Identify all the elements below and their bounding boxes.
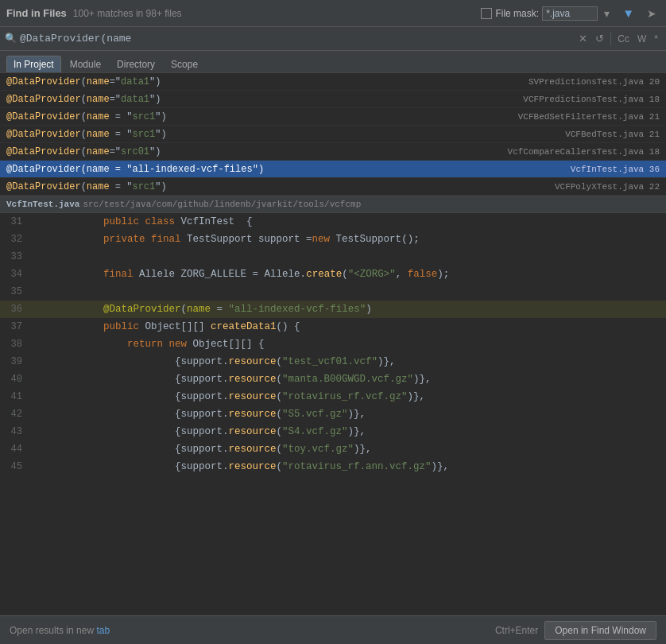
file-mask-area: File mask: ▾ — [481, 6, 613, 21]
open-find-window-button[interactable]: Open in Find Window — [544, 621, 656, 640]
dropdown-icon[interactable]: ▾ — [601, 6, 613, 21]
result-file: VcfInTest.java 36 — [571, 165, 660, 174]
line-number: 44 — [0, 444, 29, 455]
line-content: final Allele ZORG_ALLELE = Allele.create… — [29, 258, 449, 291]
line-number: 33 — [0, 251, 29, 262]
tab-module[interactable]: Module — [63, 56, 108, 72]
main-container: Find in Files 100+ matches in 98+ files … — [0, 0, 666, 644]
shortcut-label: Ctrl+Enter — [495, 625, 538, 636]
result-code: @DataProvider(name = "all-indexed-vcf-fi… — [6, 164, 564, 175]
match-count: 100+ matches in 98+ files — [73, 8, 182, 19]
tab-scope[interactable]: Scope — [164, 56, 205, 72]
search-input[interactable] — [20, 33, 572, 45]
tab-in-project[interactable]: In Project — [6, 56, 61, 72]
open-new-tab-link[interactable]: tab — [96, 625, 110, 636]
line-content: private final TestSupport support =new T… — [29, 223, 420, 256]
filter-icon[interactable]: ▼ — [619, 5, 637, 21]
line-number: 31 — [0, 216, 29, 227]
code-line: 34 final Allele ZORG_ALLELE = Allele.cre… — [0, 266, 666, 283]
result-row[interactable]: @DataProvider(name = "src1") VCFBedSetFi… — [0, 108, 666, 126]
code-line: 32 private final TestSupport support =ne… — [0, 231, 666, 248]
result-file: VCFPredictionsTest.java 18 — [523, 95, 660, 104]
tab-directory[interactable]: Directory — [110, 56, 162, 72]
whole-word-button[interactable]: W — [634, 33, 649, 45]
line-number: 41 — [0, 391, 29, 402]
line-number: 32 — [0, 234, 29, 245]
open-new-tab-text: Open results in new tab — [10, 625, 110, 636]
file-mask-checkbox[interactable] — [481, 8, 492, 19]
result-row[interactable]: @DataProvider(name="data1") VCFPredictio… — [0, 91, 666, 108]
line-number: 38 — [0, 339, 29, 350]
line-number: 43 — [0, 426, 29, 437]
result-file: VcfCompareCallersTest.java 18 — [508, 147, 660, 157]
result-row-selected[interactable]: @DataProvider(name = "all-indexed-vcf-fi… — [0, 161, 666, 178]
clear-search-button[interactable]: ✕ — [575, 32, 590, 45]
arrow-icon[interactable]: ➤ — [644, 6, 660, 21]
file-name: VcfInTest.java — [6, 200, 79, 209]
result-row[interactable]: @DataProvider(name="data1") SVPrediction… — [0, 73, 666, 91]
result-code: @DataProvider(name = "src1") — [6, 111, 512, 122]
file-path: src/test/java/com/github/lindenb/jvarkit… — [83, 200, 361, 209]
line-number: 40 — [0, 374, 29, 385]
result-file: VCFBedSetFilterTest.java 21 — [518, 112, 660, 122]
result-row[interactable]: @DataProvider(name = "src1") VCFPolyXTes… — [0, 178, 666, 196]
code-line: 45 {support.resource("rotavirus_rf.ann.v… — [0, 458, 666, 475]
refresh-button[interactable]: ↺ — [592, 32, 607, 45]
file-mask-label: File mask: — [495, 8, 539, 19]
line-number: 39 — [0, 356, 29, 367]
regex-button[interactable]: * — [651, 33, 661, 45]
bottom-bar: Open results in new tab Ctrl+Enter Open … — [0, 615, 666, 644]
result-code: @DataProvider(name="src01") — [6, 146, 501, 157]
result-file: VCFBedTest.java 21 — [565, 130, 660, 139]
line-number: 45 — [0, 461, 29, 472]
case-sensitive-button[interactable]: Cc — [614, 33, 633, 45]
results-list: @DataProvider(name="data1") SVPrediction… — [0, 73, 666, 196]
top-bar: Find in Files 100+ matches in 98+ files … — [0, 0, 666, 27]
result-code: @DataProvider(name = "src1") — [6, 129, 559, 140]
search-bar: 🔍 ✕ ↺ Cc W * — [0, 27, 666, 51]
search-icon: 🔍 — [5, 33, 17, 45]
line-number: 37 — [0, 321, 29, 332]
code-area: 31 public class VcfInTest { 32 private f… — [0, 213, 666, 644]
file-mask-input[interactable] — [542, 6, 598, 21]
result-code: @DataProvider(name="data1") — [6, 76, 522, 87]
search-actions: ✕ ↺ Cc W * — [575, 32, 661, 45]
result-row[interactable]: @DataProvider(name = "src1") VCFBedTest.… — [0, 126, 666, 143]
result-code: @DataProvider(name="data1") — [6, 94, 517, 105]
file-path-bar: VcfInTest.java src/test/java/com/github/… — [0, 196, 666, 213]
result-file: SVPredictionsTest.java 20 — [529, 77, 660, 87]
result-file: VCFPolyXTest.java 22 — [555, 182, 660, 192]
line-number: 42 — [0, 409, 29, 420]
line-number: 36 — [0, 304, 29, 315]
line-number: 35 — [0, 286, 29, 297]
line-number: 34 — [0, 269, 29, 280]
result-code: @DataProvider(name = "src1") — [6, 181, 548, 192]
scope-tabs: In Project Module Directory Scope — [0, 51, 666, 73]
line-content: {support.resource("rotavirus_rf.ann.vcf.… — [29, 450, 449, 483]
panel-title: Find in Files — [6, 7, 67, 19]
result-row[interactable]: @DataProvider(name="src01") VcfCompareCa… — [0, 143, 666, 161]
